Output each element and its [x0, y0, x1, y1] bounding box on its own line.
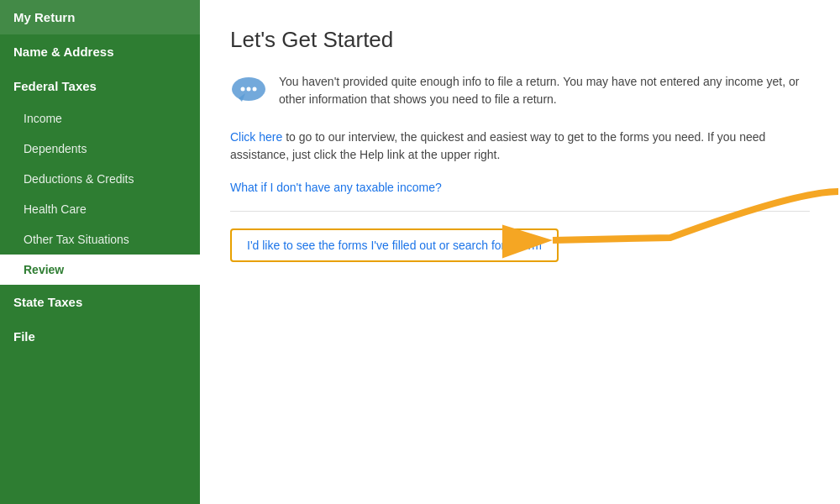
sidebar-item-other-tax-situations[interactable]: Other Tax Situations	[0, 224, 200, 255]
main-content: Let's Get Started You haven't provided q…	[200, 0, 840, 504]
sidebar-item-review[interactable]: Review	[0, 255, 200, 285]
divider	[230, 211, 810, 212]
chat-icon	[230, 75, 267, 107]
info-message: You haven't provided quite enough info t…	[279, 73, 810, 108]
forms-button-container: I'd like to see the forms I've filled ou…	[230, 228, 559, 262]
taxable-income-link[interactable]: What if I don't have any taxable income?	[230, 181, 810, 194]
sidebar-item-my-return[interactable]: My Return	[0, 0, 200, 34]
sidebar: My Return Name & Address Federal Taxes I…	[0, 0, 200, 504]
page-title: Let's Get Started	[230, 27, 810, 53]
sidebar-item-income[interactable]: Income	[0, 103, 200, 134]
svg-point-2	[241, 87, 245, 92]
sidebar-item-dependents[interactable]: Dependents	[0, 134, 200, 164]
svg-point-4	[253, 87, 257, 92]
sidebar-item-federal-taxes[interactable]: Federal Taxes	[0, 69, 200, 103]
forms-search-button[interactable]: I'd like to see the forms I've filled ou…	[230, 228, 559, 262]
sidebar-item-deductions-credits[interactable]: Deductions & Credits	[0, 164, 200, 194]
sidebar-item-file[interactable]: File	[0, 319, 200, 354]
sidebar-item-name-address[interactable]: Name & Address	[0, 34, 200, 69]
sidebar-item-health-care[interactable]: Health Care	[0, 194, 200, 224]
info-box: You haven't provided quite enough info t…	[230, 73, 810, 108]
sidebar-item-state-taxes[interactable]: State Taxes	[0, 285, 200, 319]
svg-point-3	[247, 87, 251, 92]
click-here-paragraph: Click here to go to our interview, the q…	[230, 129, 810, 164]
click-here-link[interactable]: Click here	[230, 130, 282, 144]
click-here-suffix: to go to our interview, the quickest and…	[230, 130, 765, 161]
